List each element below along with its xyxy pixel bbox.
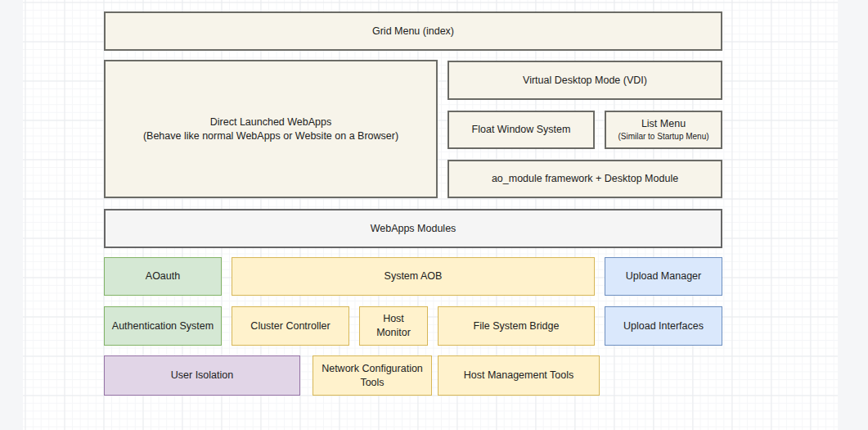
diagram-canvas[interactable]: Grid Menu (index) Direct Launched WebApp… bbox=[23, 0, 838, 430]
shape-network-configuration-tools-label: Network Configuration Tools bbox=[318, 362, 426, 390]
shape-upload-manager-label: Upload Manager bbox=[626, 269, 701, 283]
diagram-viewport: Grid Menu (index) Direct Launched WebApp… bbox=[0, 0, 868, 430]
shape-ao-module-framework[interactable]: ao_module framework + Desktop Module bbox=[447, 160, 722, 198]
shape-authentication-system[interactable]: Authentication System bbox=[104, 306, 222, 346]
shape-host-management-tools[interactable]: Host Management Tools bbox=[438, 355, 600, 396]
shape-ao-module-framework-label: ao_module framework + Desktop Module bbox=[492, 172, 678, 186]
shape-user-isolation-label: User Isolation bbox=[171, 369, 233, 382]
shape-webapps-modules-label: WebApps Modules bbox=[371, 222, 456, 236]
shape-user-isolation[interactable]: User Isolation bbox=[104, 355, 300, 396]
shape-system-aob-label: System AOB bbox=[385, 269, 443, 283]
shape-network-configuration-tools[interactable]: Network Configuration Tools bbox=[313, 355, 432, 396]
shape-direct-launched-webapps-sublabel: (Behave like normal WebApps or Website o… bbox=[143, 129, 398, 143]
shape-virtual-desktop-mode-label: Virtual Desktop Mode (VDI) bbox=[523, 74, 647, 88]
shape-system-aob[interactable]: System AOB bbox=[232, 257, 595, 296]
shape-host-monitor-label: Host Monitor bbox=[365, 312, 422, 340]
shape-float-window-system[interactable]: Float Window System bbox=[447, 111, 595, 149]
shape-list-menu-label: List Menu bbox=[641, 117, 686, 131]
shape-list-menu-sublabel: (Similar to Startup Menu) bbox=[618, 131, 708, 143]
shape-direct-launched-webapps[interactable]: Direct Launched WebApps (Behave like nor… bbox=[104, 60, 438, 198]
shape-file-system-bridge-label: File System Bridge bbox=[474, 319, 560, 333]
shape-float-window-system-label: Float Window System bbox=[472, 123, 571, 137]
shape-upload-manager[interactable]: Upload Manager bbox=[605, 257, 722, 296]
shape-virtual-desktop-mode[interactable]: Virtual Desktop Mode (VDI) bbox=[447, 61, 722, 100]
shape-cluster-controller-label: Cluster Controller bbox=[250, 319, 330, 333]
shape-direct-launched-webapps-label: Direct Launched WebApps bbox=[210, 115, 331, 129]
shape-upload-interfaces[interactable]: Upload Interfaces bbox=[605, 306, 722, 346]
shape-webapps-modules[interactable]: WebApps Modules bbox=[104, 209, 722, 248]
shape-grid-menu[interactable]: Grid Menu (index) bbox=[104, 11, 722, 51]
shape-aoauth[interactable]: AOauth bbox=[104, 257, 222, 296]
shape-grid-menu-label: Grid Menu (index) bbox=[372, 25, 454, 38]
shape-upload-interfaces-label: Upload Interfaces bbox=[623, 319, 704, 333]
shape-cluster-controller[interactable]: Cluster Controller bbox=[232, 306, 349, 346]
shape-aoauth-label: AOauth bbox=[146, 269, 180, 283]
shape-list-menu[interactable]: List Menu (Similar to Startup Menu) bbox=[605, 111, 722, 149]
shape-host-monitor[interactable]: Host Monitor bbox=[359, 306, 428, 346]
shape-file-system-bridge[interactable]: File System Bridge bbox=[438, 306, 595, 346]
shape-authentication-system-label: Authentication System bbox=[112, 319, 214, 333]
shape-host-management-tools-label: Host Management Tools bbox=[464, 369, 574, 382]
